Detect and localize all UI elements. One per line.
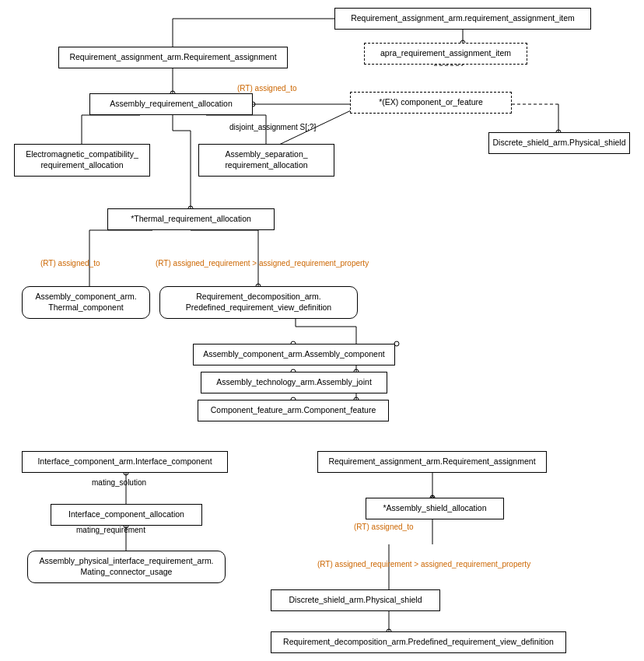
node-predefined-req-view: Requirement_decomposition_arm.Predefined… xyxy=(159,286,358,319)
label-rt-assigned-to-2: (RT) assigned_to xyxy=(40,259,100,268)
node-predefined-req-bottom: Requirement_decomposition_arm.Predefined… xyxy=(271,631,566,653)
node-assembly-joint: Assembly_technology_arm.Assembly_joint xyxy=(201,372,387,393)
node-assembly-shield-alloc: *Assembly_shield_allocation xyxy=(366,498,504,519)
node-interface-component-alloc: Interface_component_allocation xyxy=(51,504,202,526)
node-interface-component: Interface_component_arm.Interface_compon… xyxy=(22,451,228,473)
node-thermal-component: Assembly_component_arm.Thermal_component xyxy=(22,286,150,319)
label-rt-assigned-to-3: (RT) assigned_to xyxy=(354,523,414,531)
label-mating-solution: mating_solution xyxy=(92,478,146,487)
diagram-container: Requirement_assignment_arm.requirement_a… xyxy=(0,0,644,661)
node-discrete-shield-bottom: Discrete_shield_arm.Physical_shield xyxy=(271,589,440,611)
node-req-assignment-bottom: Requirement_assignment_arm.Requirement_a… xyxy=(317,451,547,473)
label-rt-assigned-req-1: (RT) assigned_requirement > assigned_req… xyxy=(156,259,369,268)
node-thermal-req-alloc: *Thermal_requirement_allocation xyxy=(107,208,275,230)
node-component-or-feature: *(EX) component_or_feature xyxy=(350,92,512,114)
node-assembly-req-alloc: Assembly_requirement_allocation xyxy=(89,93,253,115)
node-discrete-shield-top: Discrete_shield_arm.Physical_shield xyxy=(488,132,630,154)
label-rt-assigned-to-1: (RT) assigned_to xyxy=(237,84,297,93)
node-em-compat: Electromagnetic_compatibility_requiremen… xyxy=(14,144,150,177)
label-rt-assigned-req-2: (RT) assigned_requirement > assigned_req… xyxy=(317,560,530,568)
label-mating-requirement: mating_requirement xyxy=(76,526,145,534)
node-requirement-assignment: Requirement_assignment_arm.Requirement_a… xyxy=(58,47,288,68)
node-assembly-separation: Assembly_separation_requirement_allocati… xyxy=(198,144,334,177)
node-component-feature: Component_feature_arm.Component_feature xyxy=(198,400,389,421)
node-mating-connector-usage: Assembly_physical_interface_requirement_… xyxy=(27,551,226,583)
node-assembly-component: Assembly_component_arm.Assembly_componen… xyxy=(193,344,395,365)
node-apra-requirement: apra_requirement_assignment_item xyxy=(364,43,527,65)
label-disjoint: disjoint_assignment S[;?] xyxy=(229,123,316,131)
node-requirement-assignment-item: Requirement_assignment_arm.requirement_a… xyxy=(334,8,591,30)
